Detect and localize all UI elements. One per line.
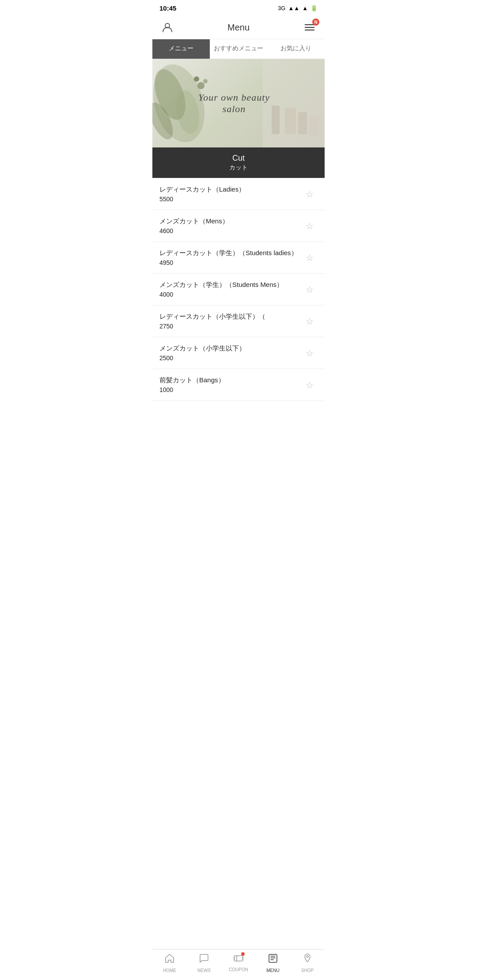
menu-list: レディースカット（Ladies） 5500 ☆ メンズカット（Mens） 460… bbox=[152, 178, 325, 401]
menu-item[interactable]: メンズカット（Mens） 4600 ☆ bbox=[152, 210, 325, 242]
banner-text: Your own beauty salon bbox=[152, 92, 325, 115]
header: Menu bbox=[152, 16, 325, 39]
item-name: メンズカット（小学生以下） bbox=[159, 344, 302, 353]
tab-favorites[interactable]: お気に入り bbox=[267, 39, 325, 59]
item-name: レディースカット（小学生以下）（ bbox=[159, 313, 302, 321]
item-price: 4000 bbox=[159, 291, 302, 298]
item-price: 4950 bbox=[159, 259, 302, 266]
section-title-en: Cut bbox=[152, 154, 325, 163]
battery-icon: 🔋 bbox=[310, 5, 318, 11]
favorite-button[interactable]: ☆ bbox=[302, 250, 318, 266]
page-title: Menu bbox=[175, 23, 302, 33]
item-name: メンズカット（学生）（Students Mens） bbox=[159, 281, 302, 289]
svg-rect-11 bbox=[309, 117, 319, 136]
section-title-ja: カット bbox=[152, 164, 325, 172]
item-price: 2750 bbox=[159, 323, 302, 330]
svg-point-5 bbox=[197, 82, 204, 89]
menu-item[interactable]: メンズカット（小学生以下） 2500 ☆ bbox=[152, 337, 325, 369]
banner: Your own beauty salon bbox=[152, 59, 325, 147]
menu-item[interactable]: レディースカット（Ladies） 5500 ☆ bbox=[152, 178, 325, 210]
item-name: 前髪カット（Bangs） bbox=[159, 376, 302, 384]
favorite-button[interactable]: ☆ bbox=[302, 186, 318, 202]
svg-rect-10 bbox=[298, 112, 307, 134]
menu-item[interactable]: 前髪カット（Bangs） 1000 ☆ bbox=[152, 369, 325, 401]
favorite-button[interactable]: ☆ bbox=[302, 345, 318, 361]
item-price: 4600 bbox=[159, 227, 302, 234]
item-name: レディースカット（Ladies） bbox=[159, 185, 302, 194]
section-header: Cut カット bbox=[152, 147, 325, 178]
menu-item[interactable]: レディースカット（小学生以下）（ 2750 ☆ bbox=[152, 305, 325, 337]
tab-menu[interactable]: メニュー bbox=[152, 39, 210, 59]
favorite-button[interactable]: ☆ bbox=[302, 377, 318, 393]
item-price: 5500 bbox=[159, 196, 302, 203]
menu-icon[interactable] bbox=[302, 19, 318, 35]
status-icons: 3G ▲▲ ▲ 🔋 bbox=[278, 5, 318, 11]
status-bar: 10:45 3G ▲▲ ▲ 🔋 bbox=[152, 0, 325, 16]
favorite-button[interactable]: ☆ bbox=[302, 282, 318, 298]
item-name: レディースカット（学生）（Students ladies） bbox=[159, 249, 302, 257]
svg-point-7 bbox=[203, 79, 208, 83]
profile-icon[interactable] bbox=[159, 19, 175, 35]
item-price: 2500 bbox=[159, 354, 302, 362]
favorite-button[interactable]: ☆ bbox=[302, 313, 318, 329]
status-time: 10:45 bbox=[159, 4, 176, 12]
menu-item[interactable]: レディースカット（学生）（Students ladies） 4950 ☆ bbox=[152, 242, 325, 274]
hamburger-icon[interactable] bbox=[305, 24, 314, 30]
tab-recommended[interactable]: おすすめメニュー bbox=[210, 39, 267, 59]
page-content: Your own beauty salon Cut カット レディースカット（L… bbox=[152, 59, 325, 436]
tab-bar: メニュー おすすめメニュー お気に入り bbox=[152, 39, 325, 59]
svg-point-6 bbox=[194, 76, 199, 82]
favorite-button[interactable]: ☆ bbox=[302, 218, 318, 234]
item-price: 1000 bbox=[159, 386, 302, 393]
menu-item[interactable]: メンズカット（学生）（Students Mens） 4000 ☆ bbox=[152, 274, 325, 305]
network-indicator: 3G bbox=[278, 5, 285, 11]
wifi-icon: ▲ bbox=[302, 5, 308, 11]
signal-icon: ▲▲ bbox=[288, 5, 299, 11]
item-name: メンズカット（Mens） bbox=[159, 217, 302, 226]
